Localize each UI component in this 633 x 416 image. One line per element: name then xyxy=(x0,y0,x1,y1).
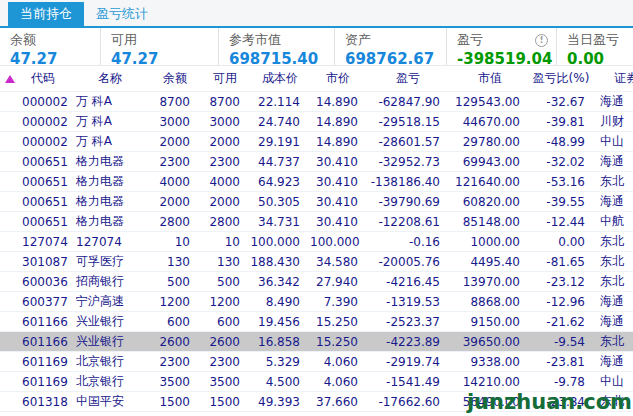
table-cell: -23.81 xyxy=(530,355,592,369)
row-marker xyxy=(0,172,16,191)
row-marker xyxy=(0,292,16,311)
table-cell: 1000.00 xyxy=(450,235,530,249)
table-cell: -1319.53 xyxy=(366,295,450,309)
available-label: 可用 xyxy=(111,31,137,49)
table-cell: -9.54 xyxy=(530,335,592,349)
table-cell: 东北 xyxy=(592,393,633,410)
table-cell: 30.410 xyxy=(310,155,366,169)
table-cell: 海通 xyxy=(592,353,633,370)
row-marker xyxy=(0,192,16,211)
table-cell: 22.114 xyxy=(250,95,310,109)
table-cell: 600 xyxy=(150,315,200,329)
table-row[interactable]: 600036招商银行50050036.34227.940-4216.451397… xyxy=(0,272,633,292)
table-cell: 兴业银行 xyxy=(70,333,150,350)
table-cell: -9.78 xyxy=(530,375,592,389)
table-row[interactable]: 601166兴业银行2600260016.85815.250-4223.8939… xyxy=(0,332,633,352)
table-row[interactable]: 000651格力电器2000200050.30530.410-39790.696… xyxy=(0,192,633,212)
table-row[interactable]: 000651格力电器4000400064.92330.410-138186.40… xyxy=(0,172,633,192)
table-cell: 2300 xyxy=(150,155,200,169)
column-header-8[interactable]: 盈亏比(%) xyxy=(530,70,592,87)
table-cell: 东北 xyxy=(592,273,633,290)
today-profit-loss-label: 当日盈亏 xyxy=(567,31,619,49)
available-value: 47.27 xyxy=(111,50,218,68)
table-cell: 4000 xyxy=(150,175,200,189)
column-header-7[interactable]: 市值 xyxy=(450,70,530,87)
sort-ascending-icon xyxy=(5,75,15,83)
row-marker xyxy=(0,232,16,251)
table-cell: -53.16 xyxy=(530,175,592,189)
column-header-0[interactable]: 代码 xyxy=(16,70,70,87)
table-cell: 30.410 xyxy=(310,175,366,189)
row-marker xyxy=(0,212,16,231)
reference-market-value-value: 698715.40 xyxy=(229,50,334,68)
column-header-2[interactable]: 余额 xyxy=(150,70,200,87)
table-cell: 3500 xyxy=(150,375,200,389)
table-cell: 5.329 xyxy=(250,355,310,369)
table-cell: 2600 xyxy=(150,335,200,349)
table-row[interactable]: 601318中国平安1500150049.39337.660-17662.605… xyxy=(0,392,633,412)
table-row[interactable]: 000002万 科A8700870022.11414.890-62847.901… xyxy=(0,92,633,112)
table-cell: 100.000 xyxy=(310,235,366,249)
tab-profit-loss-stats[interactable]: 盈亏统计 xyxy=(84,2,160,26)
table-row[interactable]: 000651格力电器2300230044.73730.410-32952.736… xyxy=(0,152,633,172)
table-row[interactable]: 000002万 科A2000200029.19114.890-28601.572… xyxy=(0,132,633,152)
tab-current-holdings[interactable]: 当前持仓 xyxy=(8,2,84,26)
table-cell: 601318 xyxy=(16,395,70,409)
table-cell: 宁沪高速 xyxy=(70,293,150,310)
table-row[interactable]: 601166兴业银行60060019.45615.250-2523.379150… xyxy=(0,312,633,332)
table-row[interactable]: 601169北京银行230023005.3294.060-2919.749338… xyxy=(0,352,633,372)
table-cell: -39790.69 xyxy=(366,195,450,209)
summary-reference-market-value: 参考市值 698715.40 xyxy=(218,28,334,65)
table-cell: 4.060 xyxy=(310,355,366,369)
row-marker xyxy=(0,352,16,371)
profit-loss-value: -398519.04 xyxy=(457,50,556,68)
table-cell: 000651 xyxy=(16,215,70,229)
column-header-5[interactable]: 市价 xyxy=(310,70,366,87)
column-header-1[interactable]: 名称 xyxy=(70,70,150,87)
table-cell: 601166 xyxy=(16,315,70,329)
account-summary: 余额 47.27 可用 47.27 参考市值 698715.40 资产 6987… xyxy=(0,28,633,66)
table-cell: 69943.00 xyxy=(450,155,530,169)
table-cell: 3500 xyxy=(200,375,250,389)
table-cell: 2800 xyxy=(200,215,250,229)
table-cell: 万 科A xyxy=(70,113,150,130)
table-row[interactable]: 000651格力电器2800280034.73130.410-12208.618… xyxy=(0,212,633,232)
table-cell: 14.890 xyxy=(310,115,366,129)
table-cell: 招商银行 xyxy=(70,273,150,290)
holdings-panel: 当前持仓 盈亏统计 余额 47.27 可用 47.27 参考市值 698715.… xyxy=(0,0,633,416)
table-row[interactable]: 000002万 科A3000300024.74014.890-29518.154… xyxy=(0,112,633,132)
table-row[interactable]: 601169北京银行350035004.5004.060-1541.491421… xyxy=(0,372,633,392)
table-cell: 64.923 xyxy=(250,175,310,189)
sort-indicator-cell xyxy=(0,66,16,91)
table-cell: 000651 xyxy=(16,155,70,169)
table-cell: 10 xyxy=(200,235,250,249)
column-header-3[interactable]: 可用 xyxy=(200,70,250,87)
column-header-4[interactable]: 成本价 xyxy=(250,70,310,87)
table-cell: 2600 xyxy=(200,335,250,349)
table-cell: 60820.00 xyxy=(450,195,530,209)
assets-value: 698762.67 xyxy=(345,50,446,68)
info-icon[interactable]: ! xyxy=(535,34,548,47)
table-cell: -12.44 xyxy=(530,215,592,229)
table-cell: -21.62 xyxy=(530,315,592,329)
row-marker xyxy=(0,272,16,291)
table-cell: 格力电器 xyxy=(70,213,150,230)
table-cell: -32952.73 xyxy=(366,155,450,169)
table-cell: 600036 xyxy=(16,275,70,289)
column-header-9[interactable]: 证券商 xyxy=(592,70,633,87)
table-cell: 格力电器 xyxy=(70,173,150,190)
table-cell: -23.84 xyxy=(530,395,592,409)
table-cell: 130 xyxy=(200,255,250,269)
table-row[interactable]: 1270741270741010100.000100.000-0.161000.… xyxy=(0,232,633,252)
table-cell: -1541.49 xyxy=(366,375,450,389)
table-row[interactable]: 301087可孚医疗130130188.43034.580-20005.7644… xyxy=(0,252,633,272)
row-marker xyxy=(0,112,16,131)
column-header-6[interactable]: 盈亏 xyxy=(366,70,450,87)
table-cell: 130 xyxy=(150,255,200,269)
table-cell: 600 xyxy=(200,315,250,329)
table-row[interactable]: 600377宁沪高速120012008.4907.390-1319.538868… xyxy=(0,292,633,312)
table-cell: 2000 xyxy=(150,195,200,209)
summary-available: 可用 47.27 xyxy=(100,28,218,65)
table-cell: 东北 xyxy=(592,233,633,250)
table-cell: 格力电器 xyxy=(70,153,150,170)
